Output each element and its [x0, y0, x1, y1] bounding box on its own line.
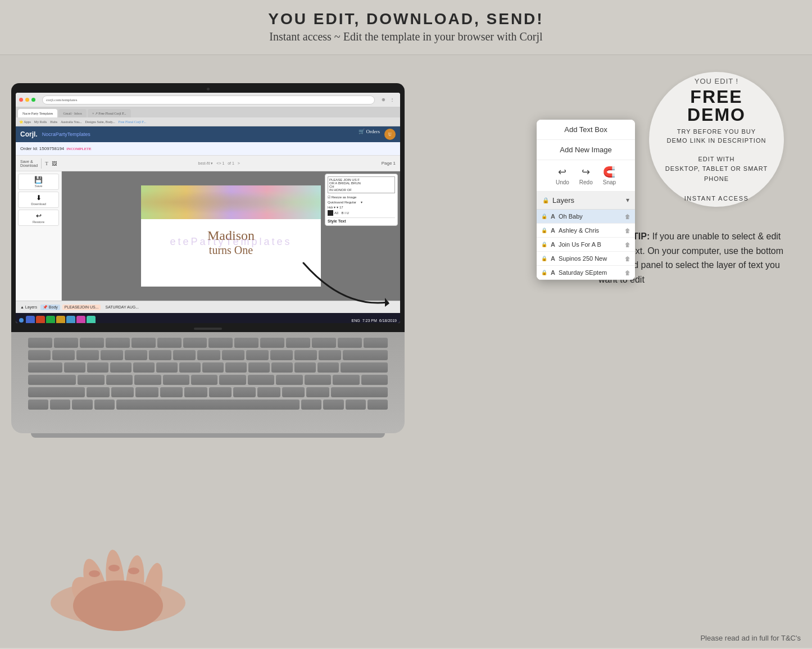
layers-bar-item3[interactable]: SATURDAY AUG... — [103, 305, 141, 310]
key-right[interactable] — [368, 400, 388, 410]
key-h[interactable] — [219, 375, 246, 385]
key-fn[interactable] — [28, 400, 48, 410]
key-bracket-r[interactable] — [317, 362, 339, 373]
browser-max-btn[interactable] — [31, 98, 35, 102]
key-2[interactable] — [76, 350, 99, 360]
key-l[interactable] — [305, 375, 331, 385]
taskbar-app-3[interactable] — [46, 316, 55, 323]
browser-close-btn[interactable] — [19, 98, 23, 102]
key-v[interactable] — [160, 387, 183, 397]
key-j[interactable] — [248, 375, 274, 385]
toolbar-save-original[interactable]: Save &Download — [20, 160, 38, 167]
key-s[interactable] — [106, 375, 133, 385]
key-apostrophe[interactable] — [361, 375, 388, 385]
key-8[interactable] — [222, 350, 244, 360]
key-delete[interactable] — [343, 350, 388, 360]
key-power[interactable] — [364, 338, 388, 348]
key-o[interactable] — [248, 362, 270, 373]
key-comma[interactable] — [257, 387, 280, 397]
key-z[interactable] — [87, 387, 109, 397]
left-panel-download[interactable]: ⬇ Download — [18, 192, 59, 208]
layer-item-1[interactable]: 🔒 A Oh Baby 🗑 — [537, 210, 635, 224]
layer-item-3[interactable]: 🔒 A Join Us For A B 🗑 — [537, 238, 635, 252]
layer-item-4[interactable]: 🔒 A Supinos 250 New 🗑 — [537, 252, 635, 266]
browser-menu[interactable]: ⋮ — [390, 97, 394, 102]
key-f5[interactable] — [157, 338, 182, 348]
key-w[interactable] — [87, 362, 108, 373]
key-alt-l[interactable] — [72, 400, 92, 410]
left-panel-save[interactable]: 💾 Save — [18, 174, 59, 190]
key-f4[interactable] — [131, 338, 156, 348]
key-f8[interactable] — [234, 338, 258, 348]
taskbar-app-7[interactable] — [87, 316, 96, 323]
key-bracket-l[interactable] — [294, 362, 316, 373]
key-equals[interactable] — [319, 350, 341, 360]
key-tilde[interactable] — [28, 350, 51, 360]
key-f9[interactable] — [260, 338, 284, 348]
taskbar-app-5[interactable] — [66, 316, 75, 323]
key-3[interactable] — [101, 350, 123, 360]
left-panel-original[interactable]: ↩ Restore — [18, 210, 59, 226]
key-period[interactable] — [282, 387, 305, 397]
layers-bar-item2[interactable]: PLEASEJOIN US... — [62, 305, 101, 310]
key-u[interactable] — [202, 362, 224, 373]
key-f11[interactable] — [312, 338, 336, 348]
layer-delete-icon-4[interactable]: 🗑 — [625, 256, 630, 262]
key-y[interactable] — [179, 362, 201, 373]
key-esc[interactable] — [28, 338, 52, 348]
tab-active[interactable]: Nacre Party Templates — [18, 109, 57, 117]
browser-min-btn[interactable] — [25, 98, 29, 102]
key-f10[interactable] — [286, 338, 310, 348]
key-p[interactable] — [271, 362, 293, 373]
layers-chevron-icon[interactable]: ▾ — [626, 196, 629, 205]
key-f2[interactable] — [80, 338, 104, 348]
redo-tool[interactable]: ↪ Redo — [579, 166, 593, 185]
key-n[interactable] — [209, 387, 232, 397]
key-q[interactable] — [64, 362, 85, 373]
key-c[interactable] — [135, 387, 158, 397]
win-start-btn[interactable] — [19, 318, 24, 323]
key-ctrl-l[interactable] — [50, 400, 70, 410]
layer-delete-icon-5[interactable]: 🗑 — [625, 270, 630, 276]
toolbar-text-btn[interactable]: T — [45, 161, 48, 166]
layer-delete-icon-2[interactable]: 🗑 — [625, 228, 630, 234]
key-4[interactable] — [125, 350, 147, 360]
layers-bar-item1[interactable]: 📌 Body — [40, 305, 60, 310]
toolbar-best-fit[interactable]: best-fit ▾ <> 1 of 1 > — [198, 161, 240, 166]
undo-tool[interactable]: ↩ Undo — [556, 166, 569, 185]
key-b[interactable] — [184, 387, 207, 397]
key-9[interactable] — [246, 350, 269, 360]
key-t[interactable] — [156, 362, 178, 373]
address-bar[interactable]: corjl.com/templates — [42, 96, 375, 105]
key-space[interactable] — [116, 400, 300, 410]
key-k[interactable] — [276, 375, 302, 385]
key-1[interactable] — [52, 350, 75, 360]
key-f[interactable] — [163, 375, 189, 385]
key-tab[interactable] — [28, 362, 62, 373]
key-up-down[interactable] — [346, 400, 366, 410]
layer-item-2[interactable]: 🔒 A Ashley & Chris 🗑 — [537, 224, 635, 238]
key-g[interactable] — [191, 375, 217, 385]
key-shift-r[interactable] — [331, 387, 388, 397]
taskbar-app-4[interactable] — [56, 316, 65, 323]
key-7[interactable] — [197, 350, 220, 360]
key-shift-l[interactable] — [28, 387, 85, 397]
taskbar-app-2[interactable] — [36, 316, 45, 323]
key-f3[interactable] — [106, 338, 130, 348]
key-x[interactable] — [111, 387, 134, 397]
key-semicolon[interactable] — [333, 375, 359, 385]
key-5[interactable] — [149, 350, 171, 360]
layer-delete-icon[interactable]: 🗑 — [625, 214, 630, 220]
tab-other[interactable]: × ↗ Free Floral Corjl F... — [88, 109, 131, 117]
key-f12[interactable] — [338, 338, 362, 348]
add-new-image-btn[interactable]: Add New Image — [537, 140, 635, 160]
key-e[interactable] — [110, 362, 131, 373]
key-enter[interactable] — [341, 362, 388, 373]
toolbar-image-btn[interactable]: 🖼 — [52, 161, 57, 166]
key-r[interactable] — [133, 362, 155, 373]
key-cmd-l[interactable] — [94, 400, 115, 410]
key-m[interactable] — [233, 387, 256, 397]
layer-item-5[interactable]: 🔒 A Saturday SEptem 🗑 — [537, 266, 635, 280]
key-caps[interactable] — [28, 375, 76, 385]
key-i[interactable] — [225, 362, 247, 373]
